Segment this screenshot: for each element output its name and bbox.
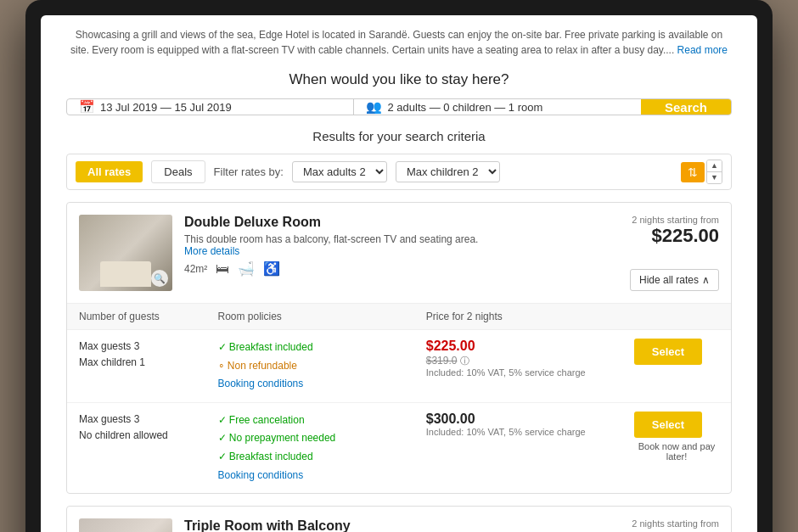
sort-down-button[interactable]: ▼	[707, 172, 722, 183]
triple-room-info: Triple Room with Balcony This tripple ro…	[184, 518, 580, 532]
rate-row: Max guests 3 Max children 1 ✓ Breakfast …	[67, 330, 731, 403]
calendar-icon: 📅	[79, 99, 95, 115]
price-cell-1: $225.00 $319.0 ⓘ Included: 10% VAT, 5% s…	[426, 339, 634, 378]
filter-label: Filter rates by:	[214, 165, 284, 178]
rate-table: Number of guests Room policies Price for…	[67, 304, 731, 493]
select-cell-1: Select	[634, 339, 719, 365]
bed-icon	[100, 261, 151, 287]
room-size: 42m²	[184, 263, 207, 275]
room-name: Double Deluxe Room	[184, 215, 580, 230]
select-cell-2: Select Book now and pay later!	[634, 412, 719, 462]
select-button-1[interactable]: Select	[634, 339, 702, 365]
policy-info: ✓ Breakfast included ∘ Non refundable Bo…	[218, 339, 426, 394]
date-range-value: 13 Jul 2019 — 15 Jul 2019	[100, 101, 232, 114]
sort-up-button[interactable]: ▲	[707, 160, 722, 172]
accessibility-icon: ♿	[263, 260, 280, 277]
rate-row-2: Max guests 3 No children allowed ✓ Free …	[67, 403, 731, 493]
guests-input[interactable]: 👥 2 adults — 0 children — 1 room	[354, 99, 640, 115]
room-description: This double room has a balcony, flat-scr…	[184, 233, 580, 257]
max-adults-select[interactable]: Max adults 2	[292, 161, 387, 182]
date-range-input[interactable]: 📅 13 Jul 2019 — 15 Jul 2019	[67, 99, 354, 115]
room-info: Double Deluxe Room This double room has …	[184, 215, 580, 291]
sort-arrows: ▲ ▼	[706, 160, 722, 184]
person-icon: 👥	[366, 99, 382, 115]
read-more-link[interactable]: Read more	[677, 44, 728, 56]
nights-from-label: 2 nights starting from $225.00	[632, 215, 719, 247]
bath-amenity-icon: 🛁	[238, 260, 255, 277]
select-button-2[interactable]: Select	[634, 412, 702, 438]
triple-room-header: 🚶 Triple Room with Balcony This tripple …	[67, 507, 731, 532]
col-guests: Number of guests	[79, 311, 218, 322]
hide-rates-button[interactable]: Hide all rates ∧	[630, 269, 719, 291]
room-amenities: 42m² 🛏 🛁 ♿	[184, 260, 580, 277]
col-price: Price for 2 nights	[426, 311, 634, 322]
triple-room-price: 2 nights starting from $350.00	[592, 518, 719, 532]
room-header: 🔍 Double Deluxe Room This double room ha…	[67, 203, 731, 304]
col-action	[634, 311, 719, 322]
hotel-description: Showcasing a grill and views of the sea,…	[66, 27, 732, 58]
chevron-up-icon: ∧	[702, 274, 710, 286]
results-title: Results for your search criteria	[66, 129, 732, 143]
search-title: When would you like to stay here?	[66, 71, 732, 88]
room-card-double-deluxe: 🔍 Double Deluxe Room This double room ha…	[66, 202, 732, 494]
policy-info-2: ✓ Free cancelation ✓ No prepayment neede…	[218, 412, 426, 484]
sort-controls: ⇅ ▲ ▼	[681, 160, 722, 184]
bed-amenity-icon: 🛏	[216, 261, 229, 277]
room-thumbnail: 🔍	[79, 215, 172, 291]
guest-info-2: Max guests 3 No children allowed	[79, 412, 218, 444]
search-button[interactable]: Search	[641, 99, 731, 115]
search-section: When would you like to stay here? 📅 13 J…	[66, 71, 732, 115]
price-cell-2: $300.00 Included: 10% VAT, 5% service ch…	[426, 412, 634, 437]
sort-button[interactable]: ⇅	[681, 162, 705, 182]
booking-conditions-link-1[interactable]: Booking conditions	[218, 378, 304, 389]
booking-conditions-link-2[interactable]: Booking conditions	[218, 469, 304, 481]
room-price-section: 2 nights starting from $225.00 Hide all …	[592, 215, 719, 291]
triple-room-thumbnail: 🚶	[79, 518, 172, 532]
max-children-select[interactable]: Max children 2	[396, 161, 500, 182]
more-details-link[interactable]: More details	[184, 245, 239, 257]
rate-table-header: Number of guests Room policies Price for…	[67, 304, 731, 330]
room-card-triple: 🚶 Triple Room with Balcony This tripple …	[66, 506, 732, 532]
col-policies: Room policies	[218, 311, 426, 322]
deals-button[interactable]: Deals	[151, 160, 205, 183]
all-rates-button[interactable]: All rates	[76, 161, 143, 182]
magnify-icon[interactable]: 🔍	[151, 270, 168, 287]
triple-room-name: Triple Room with Balcony	[184, 518, 580, 532]
guests-value: 2 adults — 0 children — 1 room	[387, 101, 542, 114]
search-bar: 📅 13 Jul 2019 — 15 Jul 2019 👥 2 adults —…	[66, 98, 732, 115]
guest-info: Max guests 3 Max children 1	[79, 339, 218, 371]
filter-bar: All rates Deals Filter rates by: Max adu…	[66, 154, 732, 190]
